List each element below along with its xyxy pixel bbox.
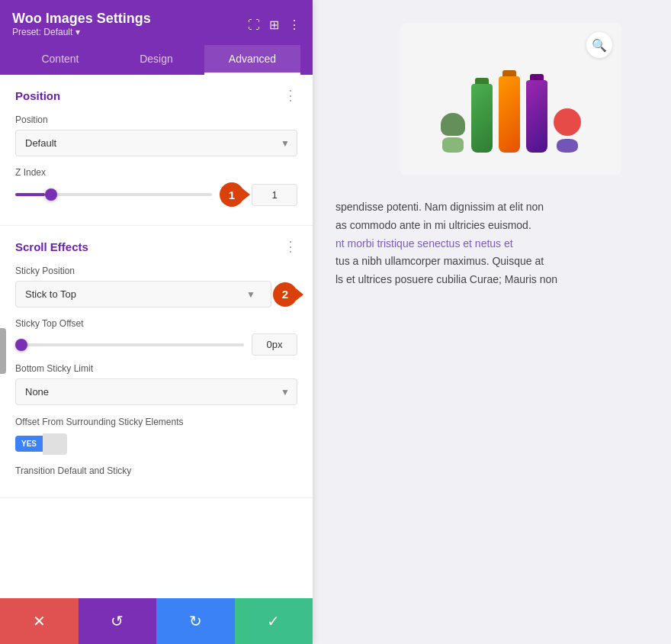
panel-preset[interactable]: Preset: Default ▾ xyxy=(12,27,151,37)
scroll-effects-section: Scroll Effects ⋮ Sticky Position Stick t… xyxy=(0,226,313,498)
sticky-top-offset-input[interactable] xyxy=(252,333,297,356)
panel-body: Position ⋮ Position Default Static Relat… xyxy=(0,75,313,644)
position-label: Position xyxy=(15,114,297,125)
panel-header: Woo Images Settings Preset: Default ▾ ⛶ … xyxy=(0,0,313,75)
zindex-slider-row: 1 1 xyxy=(15,182,297,207)
scroll-effects-menu[interactable]: ⋮ xyxy=(284,238,297,255)
sticky-top-offset-label: Sticky Top Offset xyxy=(15,318,297,329)
article-text: spendisse potenti. Nam dignissim at elit… xyxy=(336,191,625,297)
sticky-position-select[interactable]: Stick to Top Stick to Bottom None xyxy=(15,281,271,308)
zindex-slider-track[interactable] xyxy=(15,193,212,196)
right-content: 🔍 xyxy=(313,0,671,644)
expand-icon[interactable]: ⛶ xyxy=(248,18,260,32)
layout-icon[interactable]: ⊞ xyxy=(269,18,279,32)
offset-toggle-row: YES xyxy=(15,433,297,455)
step-2-badge: 2 xyxy=(273,282,297,307)
toggle-no[interactable] xyxy=(43,433,67,455)
panel-title: Woo Images Settings xyxy=(12,11,151,27)
bottom-sticky-wrapper: None Section Row ▼ xyxy=(15,378,297,405)
sticky-position-label: Sticky Position xyxy=(15,266,297,276)
cancel-button[interactable]: ✕ xyxy=(0,598,79,644)
position-section: Position ⋮ Position Default Static Relat… xyxy=(0,75,313,226)
position-select-wrapper: Default Static Relative Absolute Fixed ▼ xyxy=(15,130,297,156)
zindex-input[interactable]: 1 xyxy=(252,184,297,206)
sticky-top-track[interactable] xyxy=(15,343,244,346)
tab-bar: Content Design Advanced xyxy=(12,45,300,75)
position-select[interactable]: Default Static Relative Absolute Fixed xyxy=(15,130,297,156)
position-section-menu[interactable]: ⋮ xyxy=(284,87,297,104)
product-image xyxy=(441,46,581,153)
product-card: 🔍 xyxy=(400,23,621,175)
reset-icon: ↺ xyxy=(111,612,124,630)
toggle-yes[interactable]: YES xyxy=(15,436,43,452)
zindex-label: Z Index xyxy=(15,167,297,178)
scroll-indicator xyxy=(0,328,6,374)
transition-label: Transition Default and Sticky xyxy=(15,465,297,481)
header-icons: ⛶ ⊞ ⋮ xyxy=(248,18,300,32)
tab-design[interactable]: Design xyxy=(108,45,204,75)
more-icon[interactable]: ⋮ xyxy=(288,18,300,32)
sticky-position-wrapper: Stick to Top Stick to Bottom None 2 ▼ xyxy=(15,281,297,308)
cancel-icon: ✕ xyxy=(33,612,46,630)
step-1-badge: 1 xyxy=(220,182,244,207)
scroll-effects-title: Scroll Effects xyxy=(15,240,88,253)
bottom-sticky-label: Bottom Sticky Limit xyxy=(15,363,297,374)
tab-advanced[interactable]: Advanced xyxy=(204,45,300,75)
tab-content[interactable]: Content xyxy=(12,45,108,75)
redo-icon: ↻ xyxy=(189,612,202,630)
search-icon-button[interactable]: 🔍 xyxy=(586,32,612,58)
bottom-toolbar: ✕ ↺ ↻ ✓ xyxy=(0,598,313,644)
sticky-top-slider-row xyxy=(15,333,297,356)
bottom-sticky-select[interactable]: None Section Row xyxy=(15,378,297,405)
save-button[interactable]: ✓ xyxy=(235,598,313,644)
position-section-title: Position xyxy=(15,89,60,102)
offset-surrounding-label: Offset From Surrounding Sticky Elements xyxy=(15,416,297,429)
redo-button[interactable]: ↻ xyxy=(156,598,235,644)
save-icon: ✓ xyxy=(267,612,280,630)
reset-button[interactable]: ↺ xyxy=(79,598,157,644)
